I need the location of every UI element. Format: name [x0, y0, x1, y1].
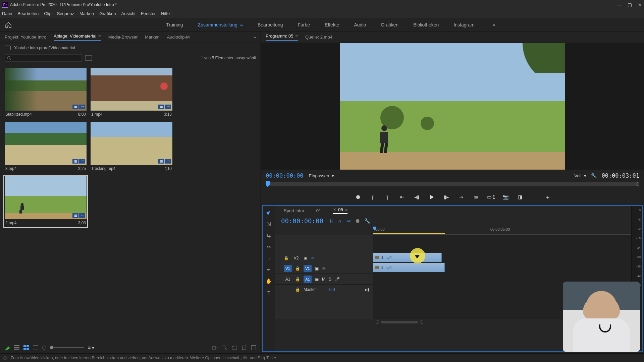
track-header-v2[interactable]: 🔒 V2 ▣👁: [275, 253, 373, 263]
source-patch-a1[interactable]: A1: [284, 277, 292, 282]
workspace-effekte[interactable]: Effekte: [325, 22, 339, 27]
program-monitor-viewport[interactable]: [340, 43, 565, 170]
workspace-bearbeitung[interactable]: Bearbeitung: [258, 22, 283, 27]
scrub-end-icon[interactable]: [636, 182, 639, 186]
menu-marken[interactable]: Marken: [79, 11, 94, 16]
workspace-overflow-icon[interactable]: »: [493, 22, 495, 27]
workspace-training[interactable]: Training: [166, 22, 183, 27]
play-button[interactable]: [428, 195, 435, 199]
toggle-track-output-icon[interactable]: 👁: [311, 256, 315, 260]
menu-fenster[interactable]: Fenster: [141, 11, 156, 16]
close-tab-icon[interactable]: ✕: [333, 207, 336, 212]
clip-card[interactable]: ▦〰 1.mp43;13: [91, 68, 172, 118]
workspace-menu-icon[interactable]: ≡: [239, 22, 243, 27]
tab-marken[interactable]: Marken: [145, 35, 159, 40]
timeline-clip[interactable]: 1.mp4: [373, 253, 442, 262]
mark-in-button[interactable]: {: [369, 194, 376, 200]
timeline-ruler[interactable]: :00:00 00:00:05:00: [373, 227, 631, 235]
tab-ablage[interactable]: Ablage: Videomaterial≡: [54, 34, 101, 41]
panel-menu-icon[interactable]: ≡: [98, 34, 101, 39]
solo-button[interactable]: S: [329, 277, 331, 282]
new-item-icon[interactable]: [242, 345, 247, 350]
maximize-button[interactable]: ▢: [628, 2, 632, 7]
playhead-icon[interactable]: [266, 181, 270, 187]
sequence-tab[interactable]: 01: [316, 208, 321, 213]
track-target-a1[interactable]: A1: [304, 276, 312, 283]
find-icon[interactable]: [222, 345, 227, 350]
goto-end-icon[interactable]: ▸▮: [365, 287, 370, 292]
workspace-instagram[interactable]: Instagram: [453, 22, 474, 27]
clip-thumbnail[interactable]: ▦〰: [5, 68, 87, 111]
menu-hilfe[interactable]: Hilfe: [161, 11, 170, 16]
mark-out-button[interactable]: }: [384, 194, 391, 200]
step-back-button[interactable]: ◂▮: [413, 194, 421, 200]
tab-programm[interactable]: Programm: 05≡: [266, 34, 298, 41]
zoom-fit-dropdown[interactable]: Einpassen ▾: [309, 173, 334, 178]
program-timecode-in[interactable]: 00:00:00:00: [266, 172, 304, 179]
workspace-zusammenstellung[interactable]: Zusammenstellung ≡: [198, 22, 243, 27]
snap-icon[interactable]: ∩: [338, 218, 341, 224]
menu-grafiken[interactable]: Grafiken: [99, 11, 116, 16]
tabs-overflow-icon[interactable]: »: [254, 35, 256, 40]
source-patch-v1[interactable]: V1: [284, 265, 292, 272]
tab-audioclip[interactable]: Audioclip-M: [167, 35, 190, 40]
thumbnail-zoom-slider[interactable]: [50, 347, 84, 348]
freeform-view-icon[interactable]: [33, 345, 38, 350]
clip-card[interactable]: ▦〰 Tracking.mp47;10: [91, 122, 172, 172]
list-view-icon[interactable]: [14, 345, 19, 350]
sync-lock-icon[interactable]: ▣: [315, 266, 319, 271]
menu-sequenz[interactable]: Sequenz: [57, 11, 74, 16]
clip-card[interactable]: ▦〰 3.mp42;25: [5, 122, 87, 172]
master-volume-value[interactable]: 0,0: [329, 287, 335, 292]
clip-thumbnail[interactable]: ▦〰: [5, 176, 87, 219]
track-select-tool[interactable]: ⇲: [266, 221, 272, 227]
settings-wrench-icon[interactable]: 🔧: [591, 173, 597, 178]
menu-datei[interactable]: Datei: [2, 11, 12, 16]
sequence-tab-active[interactable]: ✕05 ≡: [333, 207, 347, 214]
tab-projekt[interactable]: Projekt: Youtube Intro: [5, 35, 46, 40]
tab-media-browser[interactable]: Media-Browser: [108, 35, 138, 40]
pen-tool[interactable]: ✒: [266, 267, 272, 273]
work-area-bar[interactable]: [373, 233, 445, 234]
resolution-dropdown[interactable]: Voll ▾: [574, 173, 586, 178]
go-to-in-button[interactable]: ⇤: [398, 194, 406, 200]
lock-icon[interactable]: 🔒: [295, 277, 300, 282]
timeline-clip[interactable]: 2.mp4: [373, 263, 445, 272]
lock-icon[interactable]: 🔒: [284, 256, 289, 260]
bin-view-icon[interactable]: [85, 55, 92, 61]
track-header-master[interactable]: 🔒 Master 0,0 ▸▮: [275, 284, 373, 294]
minimize-button[interactable]: —: [617, 2, 622, 7]
voice-over-icon[interactable]: 🎤: [335, 277, 340, 282]
button-editor-icon[interactable]: ＋: [545, 193, 551, 201]
slip-tool[interactable]: ↔: [266, 255, 272, 261]
lock-icon[interactable]: 🔒: [295, 287, 300, 292]
clip-thumbnail[interactable]: ▦〰: [5, 122, 87, 165]
bin-icon[interactable]: [5, 46, 11, 50]
new-bin-icon[interactable]: [232, 345, 237, 350]
lock-icon[interactable]: 🔒: [295, 266, 300, 271]
workspace-grafiken[interactable]: Grafiken: [381, 22, 398, 27]
track-target-v1[interactable]: V1: [304, 265, 312, 272]
type-tool[interactable]: T: [266, 290, 272, 296]
tab-quelle[interactable]: Quelle: 2.mp4: [305, 35, 332, 40]
workspace-farbe[interactable]: Farbe: [298, 22, 310, 27]
clip-thumbnail[interactable]: ▦〰: [91, 68, 172, 111]
zoom-handle-icon[interactable]: [376, 320, 379, 324]
timeline-timecode[interactable]: 00:00:00:00: [281, 217, 323, 225]
track-header-v1[interactable]: V1 🔒 V1 ▣👁: [275, 263, 373, 274]
mute-button[interactable]: M: [322, 277, 325, 282]
close-button[interactable]: ✕: [638, 2, 642, 7]
go-to-out-button[interactable]: ⇥: [458, 194, 465, 200]
panel-menu-icon[interactable]: ≡: [345, 207, 348, 212]
sequence-tab[interactable]: Sport Intro: [284, 208, 304, 213]
add-marker-icon[interactable]: ⬣: [356, 218, 360, 224]
menu-clip[interactable]: Clip: [44, 11, 51, 16]
comparison-view-button[interactable]: ◨: [517, 194, 524, 200]
panel-menu-icon[interactable]: ≡: [295, 34, 298, 39]
clip-card[interactable]: ▦〰 Stabilized.mp48;00: [5, 68, 87, 118]
zoom-slider-icon[interactable]: [42, 346, 46, 350]
insert-sequence-icon[interactable]: ⇊: [329, 218, 333, 224]
zoom-handle-icon[interactable]: [420, 320, 423, 324]
workspace-audio[interactable]: Audio: [354, 22, 366, 27]
timeline-settings-icon[interactable]: 🔧: [364, 218, 370, 224]
